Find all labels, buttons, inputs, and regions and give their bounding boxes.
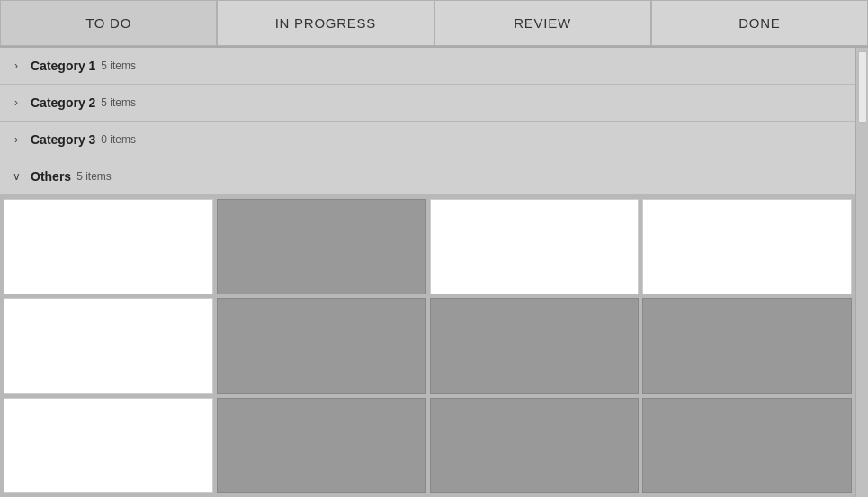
category-name-3: Category 3 bbox=[31, 132, 95, 147]
category-name-others: Others bbox=[31, 169, 71, 184]
card-3-1[interactable] bbox=[430, 199, 640, 294]
main-container: TO DO IN PROGRESS REVIEW DONE › Category… bbox=[0, 0, 868, 497]
card-column-2 bbox=[217, 199, 426, 493]
card-column-1 bbox=[4, 199, 213, 493]
header-tabs: TO DO IN PROGRESS REVIEW DONE bbox=[0, 0, 868, 48]
tab-done[interactable]: DONE bbox=[651, 0, 868, 46]
category-count-2: 5 items bbox=[101, 96, 136, 109]
body-area: › Category 1 5 items › Category 2 5 item… bbox=[0, 48, 868, 497]
scrollbar-thumb[interactable] bbox=[858, 51, 867, 123]
cards-grid bbox=[4, 199, 852, 493]
card-3-2[interactable] bbox=[430, 298, 640, 393]
category-row-2[interactable]: › Category 2 5 items bbox=[0, 85, 855, 122]
card-1-1[interactable] bbox=[4, 199, 213, 294]
card-2-2[interactable] bbox=[217, 298, 426, 393]
card-4-1[interactable] bbox=[642, 199, 852, 294]
content-area: › Category 1 5 items › Category 2 5 item… bbox=[0, 48, 855, 497]
card-column-4 bbox=[642, 199, 852, 493]
chevron-icon-1: › bbox=[9, 59, 23, 73]
card-1-2[interactable] bbox=[4, 298, 213, 393]
category-count-3: 0 items bbox=[101, 133, 136, 146]
tab-review[interactable]: REVIEW bbox=[434, 0, 651, 46]
chevron-icon-3: › bbox=[9, 132, 23, 147]
card-4-2[interactable] bbox=[642, 298, 852, 393]
category-name-1: Category 1 bbox=[31, 59, 95, 73]
card-2-1[interactable] bbox=[217, 199, 426, 294]
card-3-3[interactable] bbox=[430, 398, 640, 493]
scrollbar[interactable] bbox=[855, 48, 868, 497]
category-row-others[interactable]: ∨ Others 5 items bbox=[0, 158, 855, 195]
card-4-3[interactable] bbox=[642, 398, 852, 493]
card-column-3 bbox=[430, 199, 640, 493]
cards-section bbox=[0, 195, 855, 497]
category-name-2: Category 2 bbox=[31, 95, 95, 110]
chevron-icon-others: ∨ bbox=[9, 169, 23, 184]
card-2-3[interactable] bbox=[217, 398, 426, 493]
category-row-1[interactable]: › Category 1 5 items bbox=[0, 48, 855, 85]
chevron-icon-2: › bbox=[9, 95, 23, 110]
card-1-3[interactable] bbox=[4, 398, 213, 493]
tab-inprogress[interactable]: IN PROGRESS bbox=[217, 0, 434, 46]
category-count-others: 5 items bbox=[76, 170, 112, 183]
category-count-1: 5 items bbox=[101, 59, 136, 72]
tab-todo[interactable]: TO DO bbox=[0, 0, 217, 46]
category-row-3[interactable]: › Category 3 0 items bbox=[0, 122, 855, 158]
